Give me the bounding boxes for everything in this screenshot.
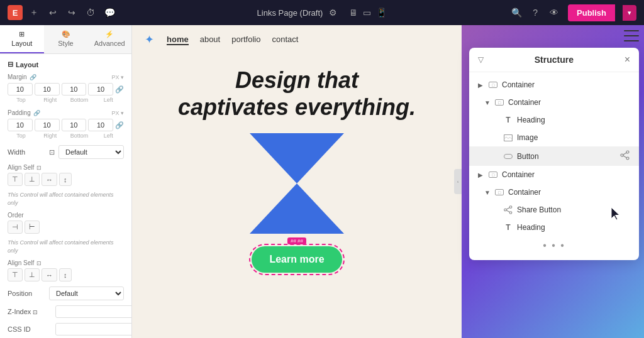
tree-button-share-icon[interactable] — [620, 150, 630, 162]
align-self-2-buttons: ⊤ ⊥ ↔ ↕ — [8, 268, 124, 281]
search-icon[interactable]: 🔍 — [510, 6, 523, 19]
settings-icon[interactable]: ⚙ — [326, 6, 339, 19]
tree-button-actions — [620, 150, 630, 162]
hamburger-menu[interactable] — [624, 30, 639, 41]
tree-label-container-4: Container — [508, 188, 630, 197]
svg-line-10 — [506, 210, 509, 212]
align-self-buttons: ⊤ ⊥ ↔ ↕ — [8, 173, 124, 186]
margin-bottom-input[interactable] — [62, 83, 87, 95]
tree-icon-container-1: □ — [488, 80, 498, 90]
align-stretch2-btn[interactable]: ↕ — [59, 268, 72, 281]
tree-image-1[interactable]: ▶ Image — [469, 129, 639, 146]
padding-bottom-input[interactable] — [62, 119, 87, 131]
margin-top-input[interactable] — [8, 83, 33, 95]
canvas-nav: ✦ home about portfolio contact — [132, 25, 462, 54]
tree-arrow-3: ▶ — [478, 172, 484, 178]
hamburger-line-2 — [624, 35, 639, 36]
align-top2-btn[interactable]: ⊤ — [8, 268, 23, 281]
z-index-label: Z-Index ⊡ — [8, 308, 52, 315]
mobile-icon[interactable]: 📱 — [376, 8, 387, 18]
structure-header-left: ▽ — [478, 55, 484, 64]
tablet-icon[interactable]: ▭ — [363, 8, 371, 18]
padding-chain-icon[interactable]: 🔗 — [115, 121, 124, 129]
tree-label-heading-2: Heading — [517, 223, 630, 232]
padding-sublabels: Top Right Bottom Left — [8, 133, 124, 139]
tree-heading-2[interactable]: ▶ T Heading — [469, 219, 639, 236]
page-title: Links Page (Draft) — [257, 8, 323, 18]
padding-inputs: 🔗 — [8, 119, 124, 131]
css-id-label: CSS ID — [8, 325, 52, 333]
order-hint: This Control will affect contained eleme… — [8, 239, 124, 254]
desktop-icon[interactable]: 🖥 — [349, 8, 358, 18]
tree-arrow-1: ▶ — [478, 82, 484, 89]
tree-arrow-4: ▼ — [484, 189, 491, 196]
nav-link-contact[interactable]: contact — [272, 35, 298, 45]
panel-tabs: ⊞ Layout 🎨 Style ⚡ Advanced — [0, 25, 131, 54]
margin-inputs: 🔗 — [8, 83, 124, 95]
padding-right-input[interactable] — [35, 119, 60, 131]
order-control: Order ⊣ ⊢ — [8, 212, 124, 234]
nav-link-portfolio[interactable]: portfolio — [231, 35, 260, 45]
elementor-logo[interactable]: E — [8, 5, 23, 20]
tree-icon-heading-1: T — [503, 115, 513, 125]
publish-button[interactable]: Publish — [568, 4, 615, 21]
collapse-handle[interactable]: ‹ — [454, 169, 462, 194]
align-middle2-btn[interactable]: ⊥ — [25, 268, 40, 281]
align-self-icon: ⊡ — [36, 165, 42, 171]
publish-arrow-button[interactable]: ▾ — [623, 5, 636, 21]
tab-advanced[interactable]: ⚡ Advanced — [87, 25, 131, 53]
align-bottom2-btn[interactable]: ↔ — [42, 268, 57, 281]
align-self-2-icon: ⊡ — [36, 260, 42, 266]
width-select[interactable]: Default — [58, 145, 124, 159]
hero-line2: captivates everything. — [178, 94, 416, 120]
order-end-btn[interactable]: ⊢ — [25, 221, 40, 234]
redo-icon[interactable]: ↪ — [65, 6, 78, 19]
margin-sublabels: Top Right Bottom Left — [8, 97, 124, 103]
padding-link-icon: 🔗 — [33, 110, 40, 116]
tree-button-1[interactable]: ▶ Button — [469, 146, 639, 166]
order-buttons: ⊣ ⊢ — [8, 221, 124, 234]
tree-container-3[interactable]: ▶ □ Container — [469, 166, 639, 183]
tab-layout[interactable]: ⊞ Layout — [0, 25, 44, 53]
structure-close-button[interactable]: × — [625, 54, 630, 65]
nav-link-about[interactable]: about — [200, 35, 221, 45]
tree-share-button[interactable]: ▶ Share Button — [469, 201, 639, 219]
help-icon[interactable]: ? — [529, 6, 541, 19]
chat-icon[interactable]: 💬 — [103, 6, 116, 19]
align-top-btn[interactable]: ⊤ — [8, 173, 23, 186]
section-layout-title: ⊟ Layout — [8, 60, 124, 68]
tree-container-1[interactable]: ▶ □ Container — [469, 76, 639, 94]
tree-label-heading-1: Heading — [517, 116, 630, 124]
padding-top-input[interactable] — [8, 119, 33, 131]
tree-label-button-1: Button — [517, 152, 616, 161]
svg-point-7 — [504, 209, 507, 211]
tree-container-2[interactable]: ▼ □ Container — [469, 94, 639, 111]
undo-icon[interactable]: ↩ — [47, 6, 59, 19]
position-select[interactable]: Default — [49, 286, 124, 300]
z-index-input[interactable] — [55, 305, 131, 318]
add-icon[interactable]: ＋ — [28, 6, 40, 19]
layout-icon: ⊞ — [19, 30, 25, 38]
tab-style[interactable]: 🎨 Style — [44, 25, 88, 53]
eye-icon[interactable]: 👁 — [548, 6, 560, 19]
nav-link-home[interactable]: home — [167, 35, 189, 45]
structure-dropdown-icon[interactable]: ▽ — [478, 55, 484, 64]
tree-icon-container-3: □ — [488, 170, 498, 180]
order-start-btn[interactable]: ⊣ — [8, 221, 23, 234]
top-bar-left: E ＋ ↩ ↪ ⏱ 💬 — [8, 5, 116, 20]
tree-container-4[interactable]: ▼ □ Container — [469, 183, 639, 201]
padding-left-input[interactable] — [88, 119, 113, 131]
padding-label: Padding 🔗 PX ▾ — [8, 109, 124, 116]
align-bottom-btn[interactable]: ↔ — [42, 173, 57, 186]
history-icon[interactable]: ⏱ — [84, 6, 97, 19]
tree-heading-1[interactable]: ▶ T Heading — [469, 111, 639, 129]
margin-chain-icon[interactable]: 🔗 — [115, 85, 124, 94]
align-stretch-btn[interactable]: ↕ — [59, 173, 72, 186]
margin-right-input[interactable] — [35, 83, 60, 95]
margin-left-input[interactable] — [88, 83, 113, 95]
button-outline — [249, 244, 344, 275]
css-id-input[interactable] — [55, 323, 131, 335]
hero-heading: Design that captivates everything. — [178, 67, 416, 121]
align-middle-btn[interactable]: ⊥ — [25, 173, 40, 186]
tree-label-container-2: Container — [508, 98, 630, 107]
